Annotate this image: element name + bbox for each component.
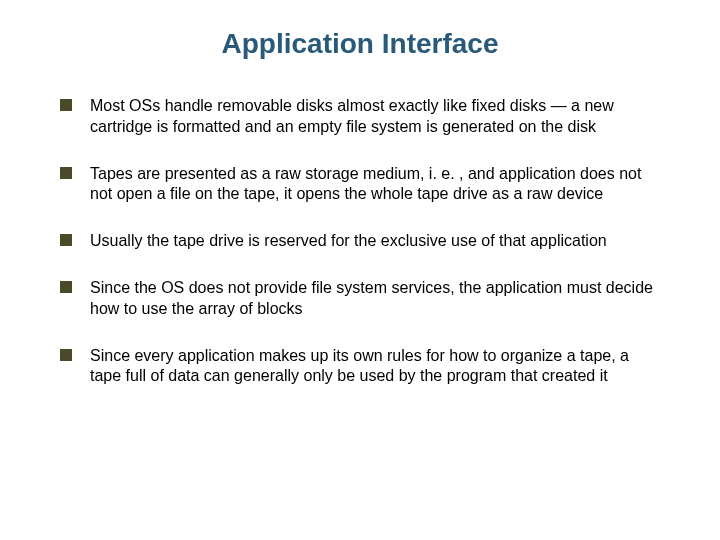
list-item: Since the OS does not provide file syste… bbox=[60, 278, 660, 320]
list-item: Most OSs handle removable disks almost e… bbox=[60, 96, 660, 138]
bullet-list: Most OSs handle removable disks almost e… bbox=[60, 96, 660, 387]
list-item: Tapes are presented as a raw storage med… bbox=[60, 164, 660, 206]
list-item: Usually the tape drive is reserved for t… bbox=[60, 231, 660, 252]
slide: Application Interface Most OSs handle re… bbox=[0, 0, 720, 540]
slide-title: Application Interface bbox=[60, 28, 660, 60]
list-item: Since every application makes up its own… bbox=[60, 346, 660, 388]
